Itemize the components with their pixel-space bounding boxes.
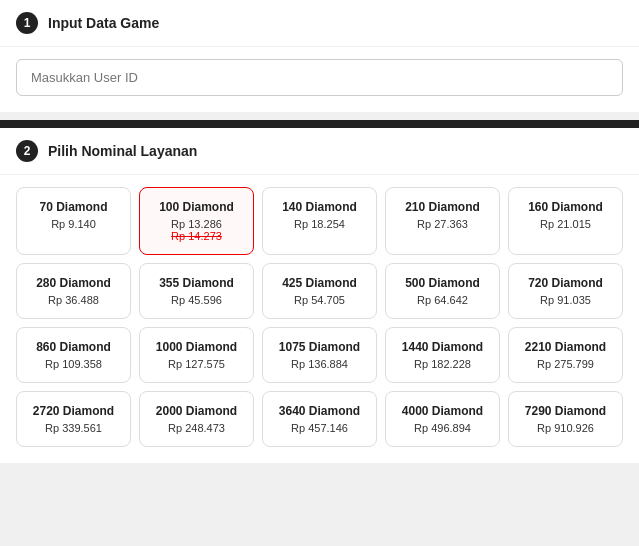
nominal-card[interactable]: 1000 DiamondRp 127.575 [139,327,254,383]
nominal-card[interactable]: 210 DiamondRp 27.363 [385,187,500,255]
nominal-name: 3640 Diamond [271,404,368,418]
step-1-badge: 1 [16,12,38,34]
nominal-name: 720 Diamond [517,276,614,290]
nominal-price-new: Rp 13.286 [148,218,245,230]
nominal-price: Rp 54.705 [271,294,368,306]
nominal-price: Rp 36.488 [25,294,122,306]
nominal-name: 4000 Diamond [394,404,491,418]
nominal-name: 860 Diamond [25,340,122,354]
nominal-name: 280 Diamond [25,276,122,290]
nominal-price: Rp 127.575 [148,358,245,370]
nominal-card[interactable]: 425 DiamondRp 54.705 [262,263,377,319]
nominal-name: 425 Diamond [271,276,368,290]
nominal-card[interactable]: 280 DiamondRp 36.488 [16,263,131,319]
nominal-card[interactable]: 860 DiamondRp 109.358 [16,327,131,383]
nominal-price: Rp 496.894 [394,422,491,434]
section-2-header: 2 Pilih Nominal Layanan [0,128,639,175]
nominal-card[interactable]: 500 DiamondRp 64.642 [385,263,500,319]
nominal-price: Rp 27.363 [394,218,491,230]
nominal-price: Rp 45.596 [148,294,245,306]
nominal-card[interactable]: 160 DiamondRp 21.015 [508,187,623,255]
nominal-price: Rp 248.473 [148,422,245,434]
section-1-header: 1 Input Data Game [0,0,639,47]
nominal-price: Rp 275.799 [517,358,614,370]
nominal-card[interactable]: 100 DiamondRp 13.286Rp 14.273 [139,187,254,255]
nominal-name: 2720 Diamond [25,404,122,418]
nominal-card[interactable]: 355 DiamondRp 45.596 [139,263,254,319]
nominal-name: 2210 Diamond [517,340,614,354]
nominal-price: Rp 64.642 [394,294,491,306]
nominal-grid-area: 70 DiamondRp 9.140100 DiamondRp 13.286Rp… [0,175,639,463]
nominal-name: 210 Diamond [394,200,491,214]
nominal-price: Rp 182.228 [394,358,491,370]
nominal-price: Rp 339.561 [25,422,122,434]
nominal-card[interactable]: 140 DiamondRp 18.254 [262,187,377,255]
nominal-price: Rp 136.884 [271,358,368,370]
nominal-name: 160 Diamond [517,200,614,214]
nominal-price: Rp 910.926 [517,422,614,434]
nominal-price: Rp 9.140 [25,218,122,230]
nominal-price: Rp 457.146 [271,422,368,434]
section-nominal: 2 Pilih Nominal Layanan 70 DiamondRp 9.1… [0,128,639,463]
section-2-title: Pilih Nominal Layanan [48,143,197,159]
nominal-name: 140 Diamond [271,200,368,214]
nominal-card[interactable]: 2720 DiamondRp 339.561 [16,391,131,447]
nominal-card[interactable]: 70 DiamondRp 9.140 [16,187,131,255]
nominal-card[interactable]: 1440 DiamondRp 182.228 [385,327,500,383]
nominal-name: 7290 Diamond [517,404,614,418]
nominal-card[interactable]: 2000 DiamondRp 248.473 [139,391,254,447]
step-2-badge: 2 [16,140,38,162]
nominal-name: 100 Diamond [148,200,245,214]
nominal-price: Rp 91.035 [517,294,614,306]
input-area [0,47,639,112]
nominal-card[interactable]: 7290 DiamondRp 910.926 [508,391,623,447]
nominal-name: 1075 Diamond [271,340,368,354]
section-input-game: 1 Input Data Game [0,0,639,112]
nominal-name: 1440 Diamond [394,340,491,354]
nominal-grid: 70 DiamondRp 9.140100 DiamondRp 13.286Rp… [16,187,623,447]
nominal-price: Rp 109.358 [25,358,122,370]
nominal-card[interactable]: 1075 DiamondRp 136.884 [262,327,377,383]
nominal-price-strike: Rp 14.273 [148,230,245,242]
section-1-title: Input Data Game [48,15,159,31]
nominal-name: 1000 Diamond [148,340,245,354]
nominal-name: 500 Diamond [394,276,491,290]
section-divider [0,120,639,128]
nominal-card[interactable]: 2210 DiamondRp 275.799 [508,327,623,383]
nominal-name: 70 Diamond [25,200,122,214]
nominal-card[interactable]: 3640 DiamondRp 457.146 [262,391,377,447]
nominal-card[interactable]: 720 DiamondRp 91.035 [508,263,623,319]
nominal-card[interactable]: 4000 DiamondRp 496.894 [385,391,500,447]
nominal-price: Rp 21.015 [517,218,614,230]
nominal-price: Rp 18.254 [271,218,368,230]
user-id-input[interactable] [16,59,623,96]
nominal-name: 355 Diamond [148,276,245,290]
nominal-name: 2000 Diamond [148,404,245,418]
